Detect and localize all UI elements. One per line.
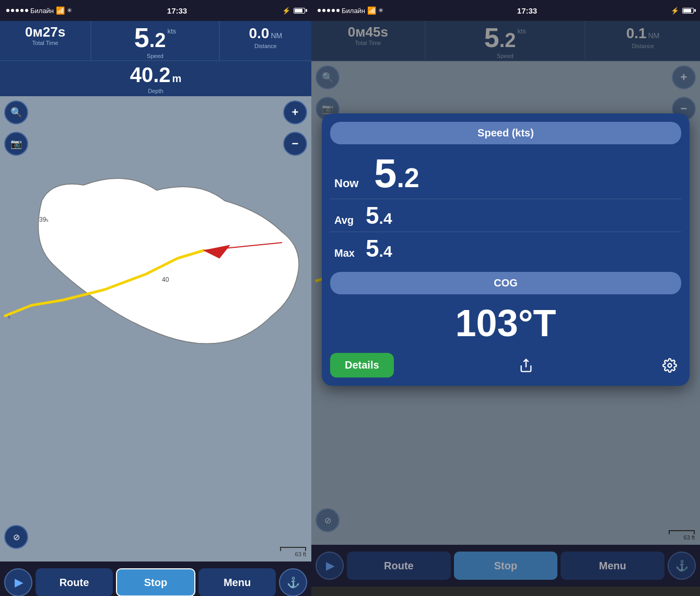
svg-text:₅: ₅ xyxy=(8,313,10,320)
anchor-button-left[interactable]: ⚓ xyxy=(279,568,307,596)
depth-value: 40.2 xyxy=(130,63,171,87)
avg-int: 5 xyxy=(366,202,379,229)
now-int: 5 xyxy=(374,150,396,196)
avg-value: 5.4 xyxy=(366,203,392,227)
top-data-panel-right: 0м45s Total Time 5.2 kts Speed 0.1 NM Di… xyxy=(311,21,700,61)
route-button-left[interactable]: Route xyxy=(36,568,113,596)
distance-cell: 0.0 NM Distance xyxy=(220,21,311,61)
menu-label-left: Menu xyxy=(224,577,251,589)
speed-label: Speed xyxy=(95,53,215,59)
distance-value: 0.0 xyxy=(249,25,269,42)
wifi-icon: 📶 xyxy=(56,6,65,15)
map-area-left[interactable]: 39₅ 40 ₅ 🔍 + 📷 − ⊘ 63 ft xyxy=(0,96,311,561)
carrier-name: Билайн xyxy=(30,7,54,15)
battery-icon xyxy=(294,8,305,14)
total-time-label-r: Total Time xyxy=(314,40,422,46)
distance-label-r: Distance xyxy=(589,43,697,49)
layers-button[interactable]: ⊘ xyxy=(4,525,28,549)
compass-button[interactable]: ▶ xyxy=(4,568,32,596)
speed-unit: kts xyxy=(167,27,176,35)
search-button[interactable]: 🔍 xyxy=(4,100,28,124)
gear-icon xyxy=(662,358,677,373)
speed-title[interactable]: Speed (kts) xyxy=(330,122,681,144)
scale-unit: ft xyxy=(303,551,306,557)
stop-button-left[interactable]: Stop xyxy=(116,568,195,596)
zoom-in-button[interactable]: + xyxy=(283,100,307,124)
map-area-right: 39₅ 40 🔍 + 📷 − ⊘ 63 ft Speed (kts) xyxy=(311,61,700,545)
menu-button-right[interactable]: Menu xyxy=(561,552,664,580)
distance-value-r: 0.1 xyxy=(626,25,647,42)
route-button-right[interactable]: Route xyxy=(347,552,451,580)
speed-overlay-card: Speed (kts) Now 5.2 Avg 5.4 Max 5.4 xyxy=(322,113,690,386)
total-time-value: 0м27s xyxy=(3,25,87,39)
signal-dots xyxy=(6,9,28,12)
status-time-right: 17:33 xyxy=(517,6,537,15)
bluetooth-status-icon: ⚡ xyxy=(282,7,290,15)
status-bar-left: Билайн 📶 ✳ 17:33 ⚡ xyxy=(0,0,311,21)
speed-cell-r: 5.2 kts Speed xyxy=(426,21,586,61)
anchor-button-right[interactable]: ⚓ xyxy=(668,552,696,580)
bluetooth-icon: ✳ xyxy=(67,7,72,14)
speed-dec: .2 xyxy=(149,29,166,52)
distance-unit: NM xyxy=(271,31,282,40)
depth-unit: m xyxy=(172,73,182,85)
menu-label-right: Menu xyxy=(599,560,626,572)
battery-icon-right xyxy=(682,8,694,14)
speed-cell[interactable]: 5.2 kts Speed xyxy=(91,21,219,61)
bluetooth-icon-right: ✳ xyxy=(378,7,383,14)
compass-icon-r: ▶ xyxy=(326,559,334,572)
details-button[interactable]: Details xyxy=(330,353,394,377)
compass-icon: ▶ xyxy=(15,576,22,589)
max-dec: .4 xyxy=(379,243,392,260)
bottom-toolbar-left: ▶ Route Stop Menu ⚓ xyxy=(0,561,311,596)
speed-now-row: Now 5.2 xyxy=(330,153,681,199)
phone-left: Билайн 📶 ✳ 17:33 ⚡ 0м27s Total Time 5.2 … xyxy=(0,0,311,596)
scale-bar-left: 63 ft xyxy=(280,547,306,557)
speed-dec-r: .2 xyxy=(499,29,516,52)
cog-title[interactable]: COG xyxy=(330,272,681,294)
now-value: 5.2 xyxy=(374,153,419,193)
share-button[interactable] xyxy=(515,354,538,377)
scale-value: 63 xyxy=(295,551,301,557)
bluetooth-status-icon-right: ⚡ xyxy=(671,7,679,15)
cog-value: 103°T xyxy=(330,300,681,351)
zoom-out-button[interactable]: − xyxy=(283,132,307,156)
depth-cell[interactable]: 40.2 m Depth xyxy=(91,61,219,96)
max-value: 5.4 xyxy=(366,236,392,260)
settings-button[interactable] xyxy=(658,354,681,377)
avg-label: Avg xyxy=(334,214,366,226)
speed-label-r: Speed xyxy=(429,53,581,59)
max-int: 5 xyxy=(366,235,379,262)
total-time-value-r: 0м45s xyxy=(314,25,422,39)
top-data-panel-left: 0м27s Total Time 5.2 kts Speed 0.0 NM Di… xyxy=(0,21,311,96)
now-label: Now xyxy=(334,177,366,190)
speed-max-row: Max 5.4 xyxy=(330,232,681,265)
status-left-right: Билайн 📶 ✳ xyxy=(318,6,383,15)
map-svg: 39₅ 40 ₅ xyxy=(0,96,311,561)
svg-point-12 xyxy=(668,363,672,367)
wifi-icon-right: 📶 xyxy=(367,6,376,15)
bottom-toolbar-right: ▶ Route Stop Menu ⚓ xyxy=(311,545,700,587)
max-label: Max xyxy=(334,247,366,259)
svg-text:40: 40 xyxy=(162,276,169,283)
total-time-cell: 0м27s Total Time xyxy=(0,21,91,61)
phone-right: Билайн 📶 ✳ 17:33 ⚡ 0м45s Total Time 5.2 … xyxy=(311,0,700,596)
camera-button[interactable]: 📷 xyxy=(4,132,28,156)
menu-button-left[interactable]: Menu xyxy=(199,568,276,596)
speed-int: 5 xyxy=(134,24,149,51)
status-right-r: ⚡ xyxy=(671,7,694,15)
status-bar-right: Билайн 📶 ✳ 17:33 ⚡ xyxy=(311,0,700,21)
speed-avg-row: Avg 5.4 xyxy=(330,199,681,232)
compass-button-r[interactable]: ▶ xyxy=(316,552,344,580)
distance-cell-r: 0.1 NM Distance xyxy=(586,21,700,61)
anchor-icon-r: ⚓ xyxy=(675,559,689,572)
total-time-cell-r: 0м45s Total Time xyxy=(311,21,426,61)
now-dec: .2 xyxy=(396,163,419,193)
share-icon xyxy=(519,358,533,373)
svg-text:39₅: 39₅ xyxy=(39,216,49,223)
stop-button-right[interactable]: Stop xyxy=(454,552,558,580)
signal-dots-right xyxy=(318,9,340,12)
status-left: Билайн 📶 ✳ xyxy=(6,6,72,15)
avg-dec: .4 xyxy=(379,210,392,227)
distance-unit-r: NM xyxy=(648,31,660,40)
